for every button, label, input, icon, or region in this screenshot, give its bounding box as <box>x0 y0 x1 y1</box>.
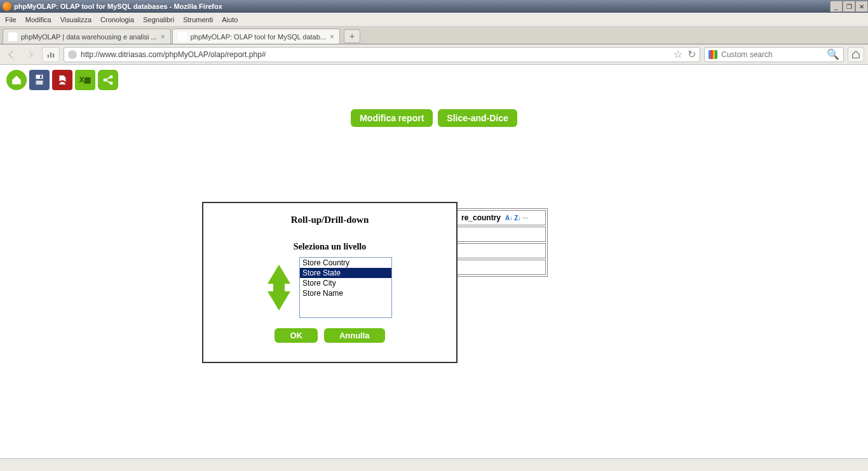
url-input[interactable] <box>81 50 670 59</box>
column-header-label: re_country <box>461 213 501 222</box>
level-listbox[interactable]: Store Country Store State Store City Sto… <box>299 257 392 318</box>
sort-asc-icon[interactable]: A↓ <box>505 215 513 222</box>
maximize-button[interactable]: ❐ <box>843 1 855 12</box>
app-home-button[interactable] <box>6 70 27 90</box>
column-header[interactable]: re_country A↓ Z↓ ⋯ <box>457 210 546 225</box>
menu-tools[interactable]: Strumenti <box>183 16 213 23</box>
menubar: File Modifica Visualizza Cronologia Segn… <box>0 13 868 27</box>
svg-rect-1 <box>50 52 51 57</box>
svg-rect-5 <box>40 76 42 79</box>
ok-button[interactable]: OK <box>275 328 318 343</box>
svg-rect-0 <box>48 55 49 58</box>
back-button[interactable] <box>4 47 19 62</box>
dialog-subtitle: Seleziona un livello <box>216 242 444 252</box>
menu-edit[interactable]: Modifica <box>25 16 51 23</box>
home-button[interactable] <box>848 47 864 62</box>
share-button[interactable] <box>98 70 118 90</box>
new-tab-button[interactable]: + <box>344 29 360 43</box>
share-icon <box>102 74 114 86</box>
sort-options-icon[interactable]: ⋯ <box>522 215 529 222</box>
excel-icon: X▦ <box>79 76 91 84</box>
tab-label: phpMyOLAP: OLAP tool for MySQL datab... <box>191 33 326 41</box>
report-table: re_country A↓ Z↓ ⋯ <box>455 208 548 277</box>
forward-arrow-icon <box>26 50 35 59</box>
tab-label: phpMyOLAP | data warehousing e analisi .… <box>21 33 157 41</box>
svg-rect-2 <box>53 53 54 57</box>
search-input[interactable] <box>721 50 823 59</box>
page-content: X▦ Modifica report Slice-and-Dice re_cou… <box>0 65 868 458</box>
level-option[interactable]: Store City <box>300 278 391 288</box>
window-titlebar: phpMyOLAP: OLAP tool for MySQL databases… <box>0 0 868 13</box>
sort-desc-icon[interactable]: Z↓ <box>514 215 521 222</box>
menu-file[interactable]: File <box>5 16 17 23</box>
window-title: phpMyOLAP: OLAP tool for MySQL databases… <box>14 3 222 10</box>
home-icon <box>851 50 860 59</box>
tab-close-icon[interactable]: × <box>161 32 165 41</box>
history-button[interactable] <box>42 47 60 62</box>
level-option[interactable]: Store Country <box>300 258 391 268</box>
favicon-icon <box>178 32 187 41</box>
urlbar[interactable]: ☆ ↻ <box>64 47 700 62</box>
table-cell <box>457 260 546 275</box>
menu-history[interactable]: Cronologia <box>100 16 134 23</box>
forward-button[interactable] <box>23 47 38 62</box>
firefox-icon <box>3 2 11 11</box>
cancel-button[interactable]: Annulla <box>324 328 385 343</box>
tabstrip: phpMyOLAP | data warehousing e analisi .… <box>0 27 868 44</box>
svg-rect-6 <box>36 81 43 84</box>
home-icon <box>11 74 22 86</box>
tab-1[interactable]: phpMyOLAP: OLAP tool for MySQL datab... … <box>172 29 340 44</box>
reload-button[interactable]: ↻ <box>688 48 696 60</box>
slice-and-dice-button[interactable]: Slice-and-Dice <box>438 109 517 127</box>
export-excel-button[interactable]: X▦ <box>75 70 95 90</box>
floppy-disk-icon <box>32 73 46 87</box>
svg-rect-4 <box>36 75 43 79</box>
favicon-icon <box>8 32 17 41</box>
dialog-title: Roll-up/Drill-down <box>216 215 444 225</box>
modify-report-button[interactable]: Modifica report <box>351 109 433 127</box>
google-icon <box>709 50 717 59</box>
minimize-button[interactable]: _ <box>830 1 843 12</box>
export-pdf-button[interactable] <box>52 70 72 90</box>
searchbox[interactable]: 🔍 <box>704 47 844 62</box>
table-cell <box>457 227 546 242</box>
table-cell <box>457 243 546 258</box>
level-option[interactable]: Store State <box>300 268 391 278</box>
window-controls: _ ❐ ✕ <box>830 1 868 12</box>
status-bar <box>0 458 868 471</box>
pdf-icon <box>56 74 69 86</box>
urlbar-row: ☆ ↻ 🔍 <box>0 44 868 65</box>
action-buttons-row: Modifica report Slice-and-Dice <box>6 109 862 127</box>
app-toolbar: X▦ <box>6 70 862 90</box>
rollup-dialog: Roll-up/Drill-down Seleziona un livello … <box>202 202 458 363</box>
tab-close-icon[interactable]: × <box>330 32 334 41</box>
save-button[interactable] <box>29 70 50 90</box>
menu-view[interactable]: Visualizza <box>60 16 92 23</box>
search-icon[interactable]: 🔍 <box>827 48 839 60</box>
bar-chart-icon <box>46 50 55 59</box>
tab-0[interactable]: phpMyOLAP | data warehousing e analisi .… <box>3 29 171 44</box>
menu-help[interactable]: Aiuto <box>222 16 238 23</box>
menu-bookmarks[interactable]: Segnalibri <box>143 16 174 23</box>
globe-icon <box>68 50 77 59</box>
drilldown-arrow-down[interactable] <box>268 291 290 310</box>
back-arrow-icon <box>6 49 17 60</box>
bookmark-star-icon[interactable]: ☆ <box>674 48 682 60</box>
close-button[interactable]: ✕ <box>855 1 868 12</box>
level-option[interactable]: Store Name <box>300 288 391 298</box>
rollup-arrow-up[interactable] <box>268 265 290 284</box>
